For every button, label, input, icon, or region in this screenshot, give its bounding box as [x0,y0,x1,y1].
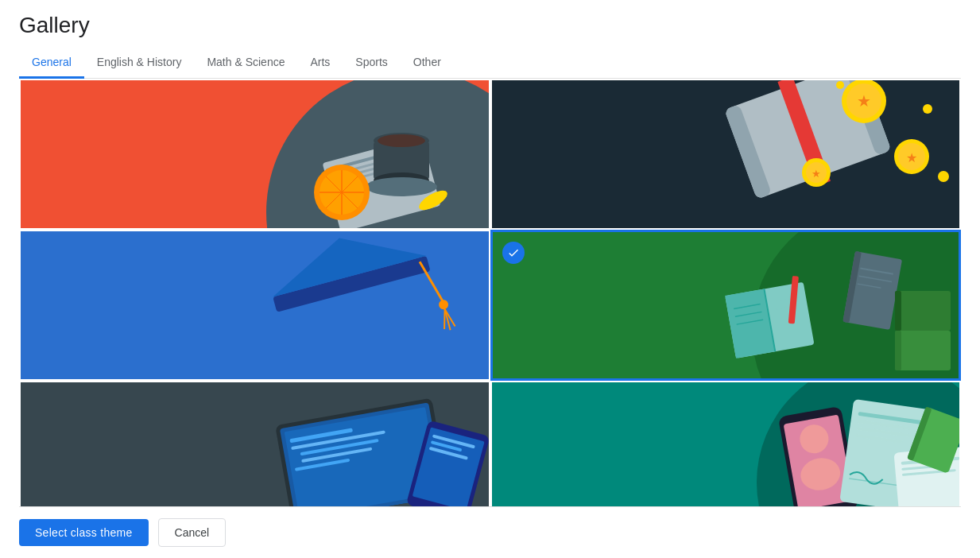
coffee-illustration [187,79,489,228]
tab-other[interactable]: Other [401,48,454,79]
documents-illustration [578,381,959,506]
page-title: Gallery [19,13,961,38]
svg-point-32 [836,81,844,89]
bottom-bar: Select class theme Cancel [19,506,961,558]
svg-rect-58 [895,291,901,331]
diploma-illustration: ★ ★ ★ [562,79,959,228]
svg-text:★: ★ [857,92,871,110]
tab-sports[interactable]: Sports [343,48,400,79]
selected-check-badge [502,242,525,264]
svg-line-36 [420,258,443,304]
svg-rect-57 [895,331,951,370]
svg-point-33 [938,171,949,182]
gallery-item-laptop[interactable] [19,381,490,506]
gallery-item-coffee[interactable] [19,79,490,230]
svg-point-10 [378,134,425,147]
page-container: Gallery General English & History Math &… [0,0,980,558]
tabs-bar: General English & History Math & Science… [19,48,961,79]
svg-rect-59 [895,331,901,370]
gallery-grid: ★ ★ ★ [19,79,961,506]
gallery-item-diploma[interactable]: ★ ★ ★ [490,79,962,230]
gallery-item-documents[interactable] [490,381,962,506]
laptop-illustration [155,381,489,506]
gallery-item-graduation[interactable] [19,230,490,381]
svg-point-9 [366,177,437,196]
svg-point-37 [437,299,449,311]
select-theme-button[interactable]: Select class theme [19,519,149,546]
books-illustration [577,230,959,378]
graduation-illustration [155,230,489,379]
tab-math-science[interactable]: Math & Science [194,48,297,79]
tab-general[interactable]: General [19,48,84,79]
svg-rect-56 [895,291,951,331]
svg-text:★: ★ [906,151,917,165]
cancel-button[interactable]: Cancel [158,518,227,547]
svg-text:★: ★ [812,168,821,180]
tab-arts[interactable]: Arts [297,48,343,79]
svg-point-31 [923,104,932,114]
tab-english-history[interactable]: English & History [84,48,195,79]
gallery-item-books[interactable] [490,230,962,381]
